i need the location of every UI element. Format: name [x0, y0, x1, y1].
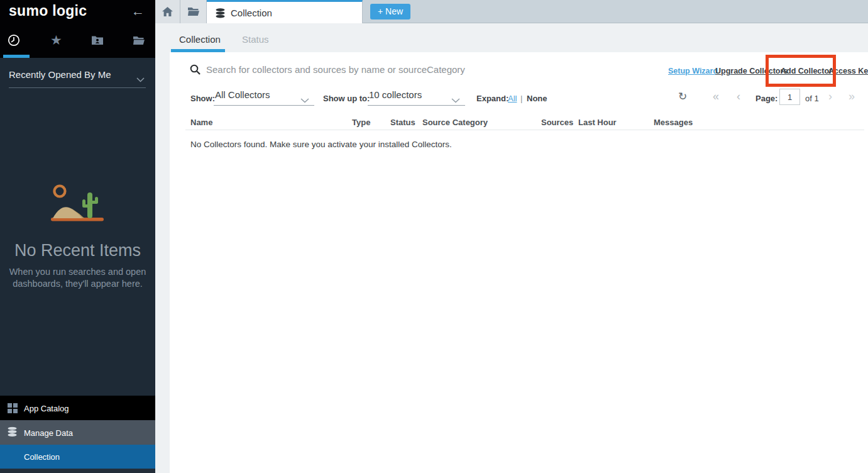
- collection-document-tab[interactable]: Collection: [207, 0, 363, 24]
- separator: |: [520, 94, 522, 103]
- no-recent-items-caption: When you run searches and open dashboard…: [9, 266, 146, 290]
- chevron-down-icon: [451, 94, 460, 105]
- sand-hill: [53, 207, 84, 218]
- refresh-icon[interactable]: ↻: [678, 90, 687, 103]
- add-collector-link[interactable]: Add Collector: [781, 67, 832, 75]
- shared-content-folder-icon[interactable]: [92, 35, 103, 47]
- col-header-sources[interactable]: Sources: [541, 118, 573, 127]
- document-tab-strip: Collection + New: [155, 0, 868, 23]
- col-header-source-category[interactable]: Source Category: [422, 118, 488, 127]
- active-tab-indicator: [3, 55, 30, 58]
- nav-label: App Catalog: [24, 403, 69, 413]
- show-collectors-value: All Collectors: [215, 89, 270, 100]
- new-button[interactable]: + New: [370, 4, 410, 19]
- expand-none-link[interactable]: None: [527, 94, 547, 103]
- search-icon: [190, 64, 201, 78]
- page-size-dropdown[interactable]: 10 collectors: [368, 89, 465, 106]
- folder-icon: [188, 8, 199, 16]
- home-icon: [162, 7, 173, 16]
- chevron-down-icon: [136, 74, 145, 84]
- database-icon: [216, 8, 225, 18]
- collapse-sidebar-icon[interactable]: ←: [131, 4, 145, 19]
- nav-label: Collection: [24, 452, 60, 462]
- collection-panel: Setup Wizard Upgrade Collectors Add Coll…: [170, 52, 868, 473]
- expand-all-link[interactable]: All: [508, 94, 517, 103]
- library-folder-icon[interactable]: [133, 36, 145, 47]
- sidebar-footer: [0, 469, 155, 473]
- tab-collection[interactable]: Collection: [179, 34, 221, 45]
- table-header-divider: [185, 130, 864, 130]
- col-header-messages[interactable]: Messages: [654, 118, 693, 127]
- col-header-status[interactable]: Status: [390, 118, 415, 127]
- sub-tab-strip: Collection Status: [155, 23, 868, 52]
- show-collectors-dropdown[interactable]: All Collectors: [214, 89, 314, 106]
- recent-filter-label: Recently Opened By Me: [9, 69, 111, 80]
- previous-page-icon[interactable]: ‹: [737, 90, 740, 103]
- sidebar-item-collection[interactable]: Collection: [0, 445, 155, 469]
- next-page-icon[interactable]: ›: [828, 90, 832, 103]
- last-page-icon[interactable]: »: [849, 90, 855, 103]
- show-up-to-label: Show up to:: [323, 94, 370, 103]
- empty-table-message: No Collectors found. Make sure you activ…: [190, 140, 452, 149]
- app-catalog-grid-icon: [8, 403, 18, 413]
- search-input[interactable]: [206, 60, 596, 78]
- expand-label: Expand:: [476, 94, 508, 103]
- page-size-value: 10 collectors: [369, 89, 422, 100]
- show-label: Show:: [190, 94, 215, 103]
- chevron-down-icon: [300, 94, 309, 105]
- folder-tab-button[interactable]: [180, 0, 207, 23]
- sidebar-item-app-catalog[interactable]: App Catalog: [0, 396, 155, 420]
- col-header-last-hour[interactable]: Last Hour: [578, 118, 617, 127]
- desert-illustration: [51, 184, 104, 226]
- tab-status[interactable]: Status: [242, 34, 269, 45]
- page-number-input[interactable]: [779, 89, 800, 105]
- content-gutter: [155, 52, 170, 473]
- page-count-label: of 1: [805, 94, 819, 103]
- home-tab-button[interactable]: [155, 0, 180, 23]
- first-page-icon[interactable]: «: [713, 90, 719, 103]
- favorites-star-icon[interactable]: ★: [50, 33, 62, 48]
- sidebar-header: sumo logic ← ★: [0, 0, 155, 58]
- no-recent-items-title: No Recent Items: [0, 241, 155, 260]
- access-keys-link[interactable]: Access Keys: [828, 67, 868, 75]
- nav-label: Manage Data: [24, 428, 73, 437]
- upgrade-collectors-link[interactable]: Upgrade Collectors: [715, 67, 788, 75]
- database-icon: [8, 426, 17, 438]
- sun-icon: [55, 186, 65, 197]
- sidebar: sumo logic ← ★ Recently Opened By Me: [0, 0, 155, 473]
- col-header-name[interactable]: Name: [190, 118, 212, 127]
- recent-filter-dropdown[interactable]: Recently Opened By Me: [9, 69, 146, 88]
- setup-wizard-link[interactable]: Setup Wizard: [668, 67, 718, 75]
- sumo-logic-logo: sumo logic: [9, 3, 87, 19]
- recents-clock-icon[interactable]: [8, 34, 20, 49]
- document-tab-label: Collection: [231, 8, 272, 18]
- col-header-type[interactable]: Type: [352, 118, 370, 127]
- page-label: Page:: [755, 94, 777, 103]
- sidebar-item-manage-data[interactable]: Manage Data: [0, 420, 155, 445]
